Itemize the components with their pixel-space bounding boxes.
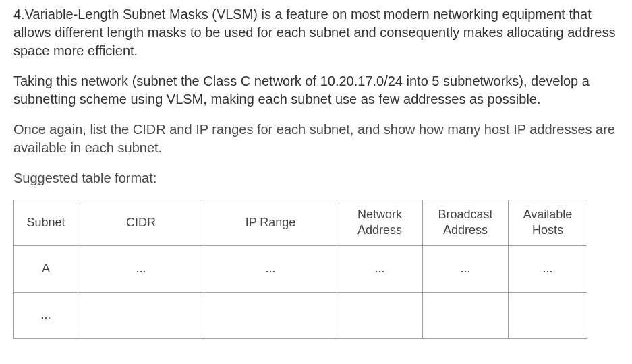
paragraph-table-format-label: Suggested table format: xyxy=(13,169,619,187)
header-subnet: Subnet xyxy=(14,200,78,246)
cell-available-hosts: ... xyxy=(509,245,587,292)
header-available-hosts: Available Hosts xyxy=(509,200,587,246)
table-row: A ... ... ... ... ... xyxy=(14,245,587,292)
cell-ip-range xyxy=(204,292,337,338)
suggested-table-wrap: Subnet CIDR IP Range Network Address Bro… xyxy=(13,200,619,339)
header-network-address: Network Address xyxy=(337,200,423,246)
cell-subnet: A xyxy=(14,245,78,292)
header-cidr: CIDR xyxy=(78,200,204,246)
cell-subnet: ... xyxy=(14,292,78,338)
cell-network-address: ... xyxy=(337,245,423,292)
paragraph-task: Taking this network (subnet the Class C … xyxy=(13,72,619,109)
subnet-table: Subnet CIDR IP Range Network Address Bro… xyxy=(13,200,587,339)
cell-cidr: ... xyxy=(78,245,204,292)
paragraph-list-instruction: Once again, list the CIDR and IP ranges … xyxy=(13,121,619,157)
cell-broadcast-address: ... xyxy=(423,245,509,292)
table-header-row: Subnet CIDR IP Range Network Address Bro… xyxy=(14,200,587,246)
cell-broadcast-address xyxy=(423,292,509,338)
cell-cidr xyxy=(78,292,204,338)
header-ip-range: IP Range xyxy=(204,200,337,246)
cell-network-address xyxy=(337,292,423,338)
cell-available-hosts xyxy=(509,292,587,338)
question-page: 4.Variable-Length Subnet Masks (VLSM) is… xyxy=(0,0,632,353)
paragraph-vlsm-intro: 4.Variable-Length Subnet Masks (VLSM) is… xyxy=(13,5,619,60)
cell-ip-range: ... xyxy=(204,245,337,292)
table-row: ... xyxy=(14,292,587,338)
header-broadcast-address: Broadcast Address xyxy=(423,200,509,246)
